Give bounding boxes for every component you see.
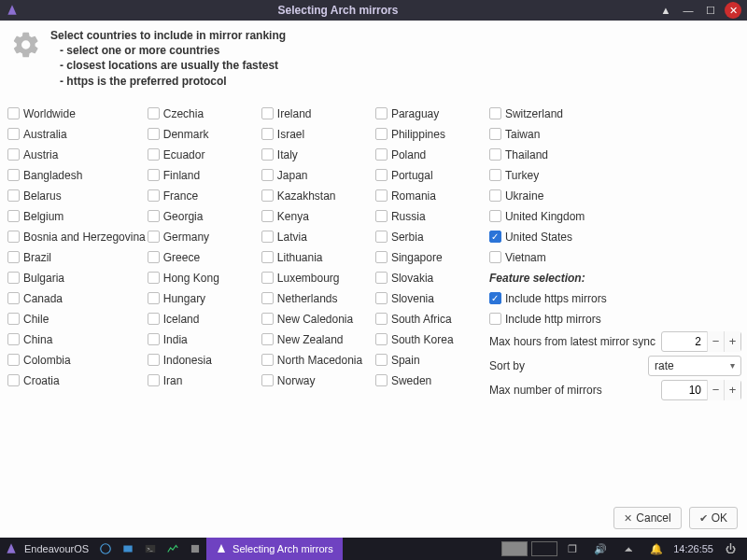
country-checkbox[interactable]	[148, 292, 160, 304]
country-checkbox[interactable]	[375, 333, 388, 345]
country-checkbox[interactable]	[261, 231, 274, 243]
workspace-switcher[interactable]	[501, 541, 561, 556]
country-checkbox[interactable]	[261, 374, 274, 386]
tray-clock[interactable]: 14:26:55	[673, 543, 713, 554]
country-checkbox[interactable]	[148, 272, 160, 284]
country-checkbox[interactable]	[489, 210, 501, 222]
country-checkbox[interactable]	[261, 354, 274, 366]
max-mirrors-decrement[interactable]: −	[707, 380, 724, 400]
maximize-button[interactable]: ☐	[702, 2, 719, 19]
country-checkbox[interactable]	[261, 169, 274, 181]
max-hours-decrement[interactable]: −	[707, 331, 724, 352]
country-checkbox[interactable]	[489, 107, 501, 119]
country-checkbox[interactable]	[148, 189, 160, 202]
cancel-button[interactable]: ✕ Cancel	[613, 507, 681, 529]
country-checkbox[interactable]	[7, 148, 20, 161]
max-mirrors-increment[interactable]: +	[724, 380, 740, 400]
ok-button[interactable]: ✔ OK	[689, 507, 738, 529]
country-checkbox[interactable]	[375, 374, 388, 386]
tray-network-icon[interactable]: ⏶	[617, 538, 640, 560]
country-checkbox[interactable]	[261, 251, 274, 263]
country-checkbox[interactable]	[375, 354, 388, 366]
max-mirrors-input[interactable]	[662, 384, 707, 397]
country-checkbox[interactable]	[148, 210, 160, 222]
keep-above-button[interactable]: ▲	[657, 2, 674, 19]
country-checkbox[interactable]	[489, 169, 501, 181]
country-checkbox[interactable]	[7, 251, 20, 263]
country-checkbox[interactable]	[375, 169, 388, 181]
country-checkbox[interactable]	[489, 128, 501, 140]
country-checkbox[interactable]	[375, 272, 388, 284]
country-checkbox[interactable]	[148, 313, 160, 325]
feature-https-checkbox[interactable]: ✓	[489, 292, 501, 304]
country-checkbox[interactable]	[261, 128, 274, 140]
country-checkbox[interactable]	[7, 210, 20, 222]
country-checkbox[interactable]	[148, 231, 160, 243]
country-checkbox[interactable]	[375, 107, 388, 119]
country-checkbox[interactable]	[375, 251, 388, 263]
country-checkbox[interactable]	[261, 210, 274, 222]
feature-http-checkbox[interactable]	[489, 313, 501, 325]
country-checkbox[interactable]	[261, 292, 274, 304]
country-checkbox[interactable]	[375, 231, 388, 243]
workspace-1[interactable]	[501, 541, 528, 556]
country-checkbox[interactable]: ✓	[489, 231, 501, 243]
tray-volume-icon[interactable]: 🔊	[589, 538, 612, 560]
settings-icon[interactable]	[184, 538, 206, 560]
country-checkbox[interactable]	[148, 251, 160, 263]
tray-screen-icon[interactable]: ❐	[561, 538, 584, 560]
country-checkbox[interactable]	[375, 128, 388, 140]
max-hours-increment[interactable]: +	[724, 331, 740, 352]
country-checkbox[interactable]	[7, 313, 20, 325]
max-hours-spinner[interactable]: −+	[661, 331, 741, 352]
max-mirrors-spinner[interactable]: −+	[661, 380, 741, 400]
country-checkbox[interactable]	[261, 313, 274, 325]
minimize-button[interactable]: —	[680, 2, 697, 19]
country-checkbox[interactable]	[375, 189, 388, 202]
max-hours-input[interactable]	[662, 335, 707, 348]
terminal-icon[interactable]: >_	[139, 538, 162, 560]
start-label[interactable]: EndeavourOS	[22, 543, 94, 554]
country-checkbox[interactable]	[7, 354, 20, 366]
monitor-icon[interactable]	[162, 538, 184, 560]
country-row: Philippines	[374, 124, 487, 145]
country-checkbox[interactable]	[489, 148, 501, 161]
country-checkbox[interactable]	[148, 107, 160, 119]
country-checkbox[interactable]	[7, 189, 20, 202]
country-checkbox[interactable]	[7, 272, 20, 284]
country-checkbox[interactable]	[489, 189, 501, 202]
tray-power-icon[interactable]: ⏻	[719, 538, 741, 560]
taskbar-active-app[interactable]: Selecting Arch mirrors	[206, 538, 343, 560]
country-checkbox[interactable]	[375, 292, 388, 304]
country-checkbox[interactable]	[7, 169, 20, 181]
country-checkbox[interactable]	[148, 354, 160, 366]
country-checkbox[interactable]	[261, 333, 274, 345]
browser-icon[interactable]	[94, 538, 117, 560]
country-checkbox[interactable]	[7, 107, 20, 119]
sort-by-combo[interactable]: rate▾	[648, 356, 741, 376]
country-checkbox[interactable]	[7, 231, 20, 243]
country-checkbox[interactable]	[489, 251, 501, 263]
country-checkbox[interactable]	[375, 148, 388, 161]
country-checkbox[interactable]	[7, 128, 20, 140]
files-icon[interactable]	[117, 538, 139, 560]
country-label: Belarus	[23, 189, 62, 203]
country-checkbox[interactable]	[375, 313, 388, 325]
country-checkbox[interactable]	[7, 333, 20, 345]
country-checkbox[interactable]	[261, 107, 274, 119]
tray-notify-icon[interactable]: 🔔	[645, 538, 668, 560]
country-checkbox[interactable]	[148, 128, 160, 140]
country-checkbox[interactable]	[148, 169, 160, 181]
start-icon[interactable]	[0, 538, 22, 560]
country-checkbox[interactable]	[261, 148, 274, 161]
country-checkbox[interactable]	[261, 272, 274, 284]
country-checkbox[interactable]	[7, 292, 20, 304]
country-checkbox[interactable]	[261, 189, 274, 202]
country-checkbox[interactable]	[148, 333, 160, 345]
country-checkbox[interactable]	[375, 210, 388, 222]
country-checkbox[interactable]	[148, 374, 160, 386]
workspace-2[interactable]	[531, 541, 557, 556]
country-checkbox[interactable]	[7, 374, 20, 386]
country-checkbox[interactable]	[148, 148, 160, 161]
close-button[interactable]: ✕	[725, 2, 741, 19]
